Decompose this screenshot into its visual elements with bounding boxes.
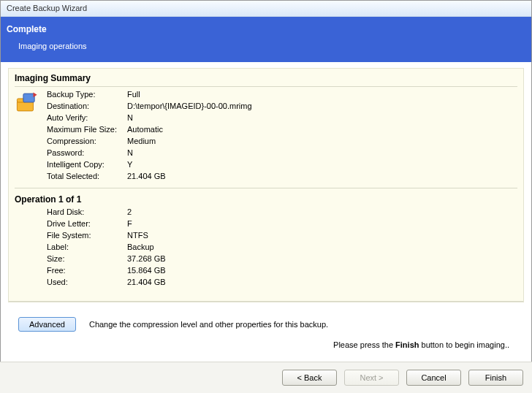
operation-row: Used:21.404 GB (47, 276, 517, 288)
summary-value: N (127, 112, 517, 123)
summary-value: Medium (127, 135, 517, 147)
summary-panel: Imaging Summary Backup Type:Full Destina… (8, 68, 524, 302)
summary-value: D:\tempor\{IMAGEID}-00-00.mrimg (127, 100, 517, 112)
operation-label: Hard Disk: (47, 206, 127, 218)
operation-row: Free:15.864 GB (47, 264, 517, 276)
summary-label: Total Selected: (47, 170, 127, 182)
backup-folder-icon (15, 90, 39, 115)
operation-label: File System: (47, 229, 127, 241)
operation-value: Backup (127, 241, 517, 253)
cancel-button[interactable]: Cancel (406, 370, 461, 386)
wizard-header: Complete Imaging operations (1, 17, 531, 62)
summary-row: Total Selected:21.404 GB (47, 170, 517, 182)
summary-label: Compression: (47, 135, 127, 147)
advanced-button[interactable]: Advanced (18, 317, 76, 332)
summary-label: Intelligent Copy: (47, 159, 127, 170)
operation-value: 15.864 GB (127, 264, 517, 276)
summary-label: Destination: (47, 100, 127, 112)
operation-value: 2 (127, 206, 517, 218)
window-title: Create Backup Wizard (7, 4, 87, 12)
operation-label: Free: (47, 264, 127, 276)
summary-row: Destination:D:\tempor\{IMAGEID}-00-00.mr… (47, 100, 517, 112)
back-button[interactable]: < Back (282, 370, 337, 386)
operation-value: NTFS (127, 229, 517, 241)
operation-value: 37.268 GB (127, 253, 517, 264)
summary-value: Automatic (127, 123, 517, 135)
summary-value: 21.404 GB (127, 170, 517, 182)
advanced-hint: Change the compression level and other p… (89, 320, 328, 329)
summary-value: Y (127, 159, 517, 170)
wizard-step-subtitle: Imaging operations (18, 42, 525, 50)
summary-label: Password: (47, 147, 127, 159)
summary-label: Maximum File Size: (47, 123, 127, 135)
summary-value: N (127, 147, 517, 159)
summary-row: Compression:Medium (47, 135, 517, 147)
operation-label: Label: (47, 241, 127, 253)
operation-title: Operation 1 of 1 (15, 188, 517, 206)
title-bar: Create Backup Wizard (1, 1, 531, 17)
operation-label: Drive Letter: (47, 218, 127, 229)
summary-row: Backup Type:Full (47, 88, 517, 100)
finish-hint-pre: Please press the (333, 340, 395, 349)
summary-row: Intelligent Copy:Y (47, 159, 517, 170)
summary-label: Auto Verify: (47, 112, 127, 123)
operation-label: Used: (47, 276, 127, 288)
operation-value: 21.404 GB (127, 276, 517, 288)
summary-value: Full (127, 88, 517, 100)
finish-button[interactable]: Finish (468, 370, 523, 386)
next-button: Next > (344, 370, 399, 386)
operation-label: Size: (47, 253, 127, 264)
svg-rect-2 (23, 94, 34, 102)
finish-hint-post: button to begin imaging.. (419, 340, 509, 349)
operation-row: File System:NTFS (47, 229, 517, 241)
operation-value: F (127, 218, 517, 229)
wizard-footer: < Back Next > Cancel Finish (0, 362, 532, 393)
wizard-step-title: Complete (7, 24, 525, 34)
summary-row: Maximum File Size:Automatic (47, 123, 517, 135)
summary-row: Auto Verify:N (47, 112, 517, 123)
summary-row: Password:N (47, 147, 517, 159)
summary-label: Backup Type: (47, 88, 127, 100)
operation-row: Label:Backup (47, 241, 517, 253)
operation-row: Hard Disk:2 (47, 206, 517, 218)
finish-hint: Please press the Finish button to begin … (18, 340, 514, 349)
operation-row: Drive Letter:F (47, 218, 517, 229)
finish-hint-bold: Finish (395, 340, 419, 349)
operation-row: Size:37.268 GB (47, 253, 517, 264)
imaging-summary-title: Imaging Summary (9, 69, 523, 86)
